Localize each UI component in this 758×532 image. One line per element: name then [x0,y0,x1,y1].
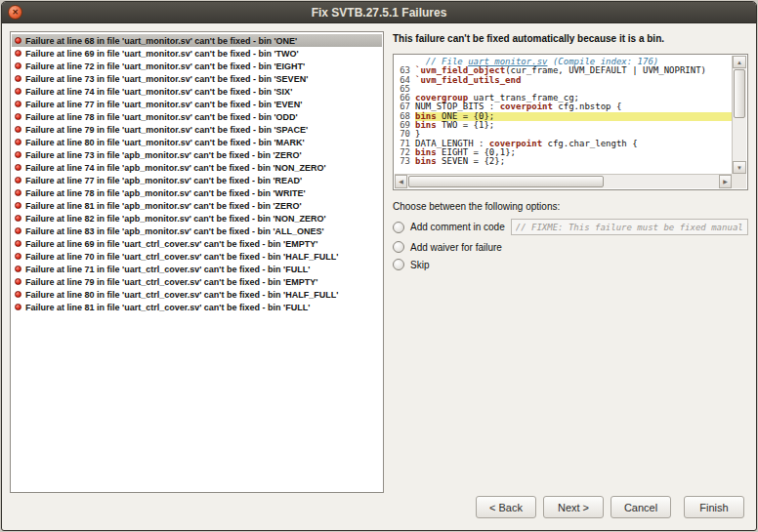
comment-input[interactable] [511,219,748,235]
fix-failures-dialog: ✕ Fix SVTB.27.5.1 Failures Failure at li… [1,1,757,531]
vertical-scrollbar[interactable]: ▲ ▼ [732,56,746,174]
failure-list-item[interactable]: Failure at line 77 in file 'apb_monitor.… [12,174,382,186]
failure-dot-icon [15,113,21,120]
failure-list-item[interactable]: Failure at line 80 in file 'uart_ctrl_co… [12,288,382,301]
failure-dot-icon [15,215,21,222]
failure-text: Failure at line 78 in file 'uart_monitor… [25,112,298,122]
back-button[interactable]: < Back [476,496,536,518]
code-text: bins TWO = {1}; [415,121,732,130]
code-line: 69bins TWO = {1}; [395,121,732,130]
finish-button[interactable]: Finish [684,496,744,518]
failure-text: Failure at line 70 in file 'uart_ctrl_co… [25,252,338,262]
code-lines: // File uart_monitor.sv (Compile index: … [395,56,732,174]
failure-text: Failure at line 79 in file 'uart_monitor… [25,125,308,135]
failure-text: Failure at line 74 in file 'apb_monitor.… [25,163,326,173]
failure-text: Failure at line 69 in file 'uart_ctrl_co… [25,239,317,249]
radio-add-waiver[interactable] [393,241,404,253]
failure-text: Failure at line 73 in file 'apb_monitor.… [25,150,302,160]
failure-dot-icon [15,151,21,158]
failure-text: Failure at line 69 in file 'uart_monitor… [25,49,299,59]
close-button[interactable]: ✕ [8,5,22,20]
failure-list-item[interactable]: Failure at line 68 in file 'uart_monitor… [12,34,382,47]
scrollbar-corner [732,174,746,188]
radio-add-comment[interactable] [393,222,404,233]
failure-list-item[interactable]: Failure at line 73 in file 'uart_monitor… [12,72,382,85]
failure-list-item[interactable]: Failure at line 69 in file 'uart_monitor… [12,47,382,60]
radio-skip[interactable] [393,259,404,270]
failure-list[interactable]: Failure at line 68 in file 'uart_monitor… [10,31,384,493]
cancel-button[interactable]: Cancel [611,496,671,518]
failure-text: Failure at line 78 in file 'apb_monitor.… [25,188,306,198]
failure-dot-icon [15,304,21,310]
failure-list-item[interactable]: Failure at line 74 in file 'uart_monitor… [12,85,382,98]
next-button[interactable]: Next > [543,496,604,518]
failure-dot-icon [15,266,21,272]
scroll-left-icon[interactable]: ◀ [395,175,407,188]
failure-text: Failure at line 82 in file 'apb_monitor.… [25,214,326,224]
titlebar[interactable]: ✕ Fix SVTB.27.5.1 Failures [2,2,756,23]
failure-list-item[interactable]: Failure at line 70 in file 'uart_ctrl_co… [12,250,382,263]
scroll-up-icon[interactable]: ▲ [733,56,746,68]
failure-text: Failure at line 72 in file 'uart_monitor… [25,61,305,71]
option-add-waiver-label: Add waiver for failure [410,242,502,253]
failure-dot-icon [15,227,21,234]
failure-dot-icon [15,240,21,247]
failure-list-item[interactable]: Failure at line 78 in file 'apb_monitor.… [12,186,382,199]
failure-list-item[interactable]: Failure at line 73 in file 'apb_monitor.… [12,148,382,161]
failure-dot-icon [15,253,21,260]
failure-list-item[interactable]: Failure at line 78 in file 'uart_monitor… [12,110,382,123]
failure-list-item[interactable]: Failure at line 77 in file 'uart_monitor… [12,98,382,110]
failure-list-item[interactable]: Failure at line 82 in file 'apb_monitor.… [12,212,382,225]
horizontal-scroll-thumb[interactable] [408,176,604,187]
code-viewer: // File uart_monitor.sv (Compile index: … [393,54,748,190]
failure-text: Failure at line 79 in file 'uart_ctrl_co… [25,277,317,287]
failure-dot-icon [15,37,21,44]
line-number: 73 [395,157,410,166]
option-add-comment[interactable]: Add comment in code [393,219,748,235]
failure-dot-icon [15,126,21,133]
failure-text: Failure at line 77 in file 'apb_monitor.… [25,176,302,185]
failure-list-item[interactable]: Failure at line 74 in file 'apb_monitor.… [12,161,382,174]
option-skip[interactable]: Skip [393,259,748,270]
option-add-comment-label: Add comment in code [410,222,505,232]
failure-list-item[interactable]: Failure at line 80 in file 'uart_monitor… [12,136,382,148]
code-text: bins SEVEN = {2}; [415,157,732,166]
failure-list-item[interactable]: Failure at line 79 in file 'uart_ctrl_co… [12,275,382,288]
failure-list-item[interactable]: Failure at line 81 in file 'uart_ctrl_co… [12,301,382,313]
code-line: 64`uvm_field_utils_end [395,76,732,85]
failure-text: Failure at line 74 in file 'uart_monitor… [25,87,292,97]
dialog-body: Failure at line 68 in file 'uart_monitor… [2,23,756,530]
scroll-right-icon[interactable]: ▶ [719,175,732,188]
failure-message: This failure can't be fixed automaticall… [393,33,748,44]
failure-list-item[interactable]: Failure at line 81 in file 'apb_monitor.… [12,199,382,212]
failure-text: Failure at line 73 in file 'uart_monitor… [25,74,308,84]
failure-text: Failure at line 77 in file 'uart_monitor… [25,100,302,109]
failure-dot-icon [15,62,21,69]
failure-dot-icon [15,139,21,145]
scroll-down-icon[interactable]: ▼ [733,161,746,174]
failure-list-item[interactable]: Failure at line 69 in file 'uart_ctrl_co… [12,237,382,250]
failure-text: Failure at line 83 in file 'apb_monitor.… [25,226,324,236]
failure-text: Failure at line 81 in file 'apb_monitor.… [25,201,302,211]
failure-text: Failure at line 68 in file 'uart_monitor… [25,36,297,46]
failure-dot-icon [15,177,21,184]
horizontal-scrollbar[interactable]: ◀ ▶ [395,174,732,188]
failure-dot-icon [15,101,21,107]
option-add-waiver[interactable]: Add waiver for failure [393,241,748,253]
window-title: Fix SVTB.27.5.1 Failures [2,6,756,20]
button-row: < Back Next > Cancel Finish [10,493,748,530]
failure-list-item[interactable]: Failure at line 83 in file 'apb_monitor.… [12,225,382,237]
failure-dot-icon [15,88,21,95]
failure-dot-icon [15,291,21,298]
failure-list-item[interactable]: Failure at line 71 in file 'uart_ctrl_co… [12,263,382,275]
failure-dot-icon [15,50,21,57]
failure-text: Failure at line 81 in file 'uart_ctrl_co… [25,303,310,312]
failure-text: Failure at line 71 in file 'uart_ctrl_co… [25,265,310,274]
close-icon: ✕ [12,9,19,17]
failure-list-item[interactable]: Failure at line 72 in file 'uart_monitor… [12,60,382,72]
vertical-scroll-thumb[interactable] [734,69,745,118]
failure-text: Failure at line 80 in file 'uart_ctrl_co… [25,290,338,300]
failure-list-item[interactable]: Failure at line 79 in file 'uart_monitor… [12,123,382,136]
failure-dot-icon [15,164,21,171]
detail-panel: This failure can't be fixed automaticall… [393,31,748,493]
